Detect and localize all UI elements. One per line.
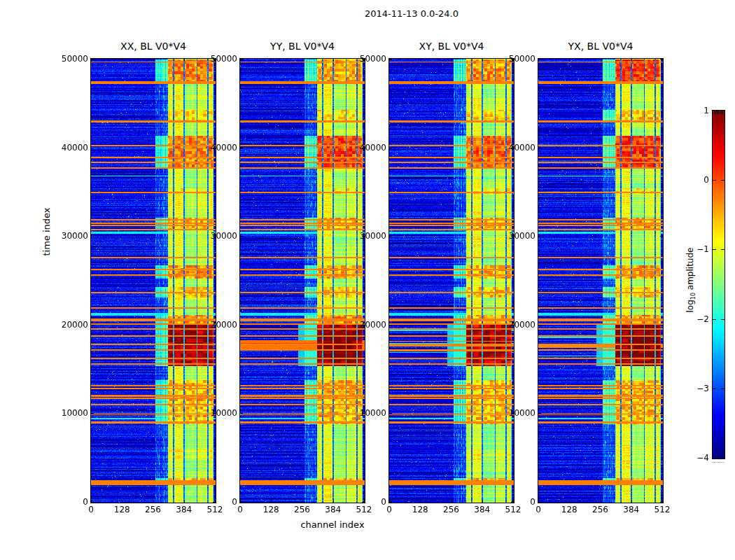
y-tick-label: 20000 (46, 320, 88, 330)
y-tick-label: 0 (46, 497, 88, 507)
x-tick-label: 256 (435, 505, 468, 514)
x-tick-label: 256 (286, 505, 319, 514)
heatmap-panel-xx (90, 58, 216, 503)
panel-title-xx: XX, BL V0*V4 (120, 41, 186, 52)
x-tick-label: 0 (372, 505, 406, 514)
colorbar-tick-label: −2 (667, 314, 709, 324)
x-tick-label: 128 (105, 505, 139, 514)
colorbar-tick-label: 1 (667, 106, 709, 115)
x-tick-label: 0 (522, 505, 555, 514)
colorbar-label-sub: 10 (690, 293, 696, 300)
x-tick-label: 512 (198, 505, 232, 514)
x-tick-label: 256 (584, 505, 617, 514)
colorbar-tick-label: −4 (667, 453, 709, 463)
x-tick-label: 512 (347, 505, 381, 514)
colorbar-underline (713, 462, 724, 463)
colorbar-label-suffix: amplitude (685, 248, 695, 293)
figure: 2014-11-13 0.0-24.0 XX, BL V0*V4 YY, BL … (0, 0, 735, 560)
panel-title-yx: YX, BL V0*V4 (568, 41, 634, 52)
heatmap-panel-xy (388, 58, 514, 503)
x-tick-label: 384 (316, 505, 350, 514)
colorbar-tick-label: −3 (667, 384, 709, 393)
x-tick-label: 384 (465, 505, 499, 514)
x-axis-label: channel index (300, 519, 364, 530)
xy-heatmap-image (389, 59, 514, 503)
heatmap-panel-yx (538, 58, 664, 503)
panel-title-yy: YY, BL V0*V4 (270, 41, 335, 52)
x-tick-label: 128 (552, 505, 586, 514)
figure-title: 2014-11-13 0.0-24.0 (365, 8, 458, 19)
x-tick-label: 0 (223, 505, 257, 514)
y-tick-label: 10000 (46, 408, 88, 418)
x-tick-label: 512 (645, 505, 679, 514)
x-tick-label: 0 (74, 505, 108, 514)
x-tick-label: 384 (167, 505, 201, 514)
colorbar-tick-label: 0 (667, 175, 709, 185)
x-tick-label: 512 (496, 505, 530, 514)
heatmap-panel-yy (239, 58, 365, 503)
y-tick-label: 50000 (46, 54, 88, 64)
y-tick-label: 30000 (46, 231, 88, 241)
x-tick-label: 384 (615, 505, 648, 514)
y-axis-label: time index (41, 207, 52, 255)
panel-title-xy: XY, BL V0*V4 (419, 41, 484, 52)
xx-heatmap-image (91, 59, 216, 503)
yx-heatmap-image (538, 59, 663, 503)
colorbar-label-prefix: log (685, 300, 695, 312)
y-tick-label: 40000 (46, 143, 88, 153)
x-tick-label: 256 (136, 505, 170, 514)
colorbar (712, 110, 725, 459)
colorbar-label: log10 amplitude (685, 248, 696, 313)
colorbar-gradient (713, 111, 724, 458)
x-tick-label: 128 (403, 505, 437, 514)
yy-heatmap-image (240, 59, 365, 503)
x-tick-label: 128 (254, 505, 288, 514)
